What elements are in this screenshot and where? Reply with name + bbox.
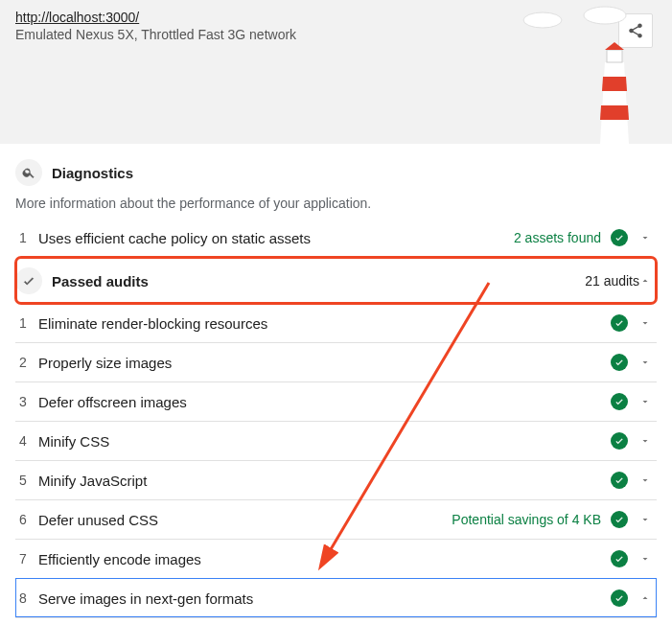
- diagnostics-section: Diagnostics More information about the p…: [0, 144, 672, 211]
- diagnostic-item[interactable]: 1 Uses efficient cache policy on static …: [15, 219, 657, 257]
- chevron-down-icon: [639, 357, 653, 368]
- audit-meta: Potential savings of 4 KB: [452, 512, 601, 527]
- search-icon: [15, 159, 42, 186]
- chevron-up-icon: [639, 275, 653, 287]
- svg-marker-4: [600, 105, 629, 120]
- audit-meta: 2 assets found: [514, 230, 601, 245]
- audit-label: Minify JavaScript: [38, 473, 611, 489]
- diagnostics-title: Diagnostics: [52, 165, 133, 181]
- diagnostics-subtitle: More information about the performance o…: [15, 196, 657, 211]
- svg-point-1: [584, 7, 626, 24]
- passed-audit-item[interactable]: 8Serve images in next-gen formats: [15, 578, 657, 617]
- audit-detail: Image formats like JPEG 2000, JPEG XR, a…: [15, 617, 657, 624]
- audit-label: Defer unused CSS: [38, 512, 452, 528]
- passed-audit-item[interactable]: 4Minify CSS: [15, 421, 657, 460]
- audit-label: Minify CSS: [38, 433, 611, 450]
- chevron-down-icon: [639, 317, 653, 329]
- diagnostics-list: 1 Uses efficient cache policy on static …: [15, 219, 657, 624]
- chevron-down-icon: [639, 435, 653, 447]
- svg-point-0: [523, 12, 562, 28]
- chevron-down-icon: [639, 474, 653, 486]
- chevron-down-icon: [639, 396, 653, 407]
- audit-label: Properly size images: [38, 355, 611, 371]
- chevron-up-icon: [639, 592, 653, 604]
- pass-icon: [611, 589, 628, 607]
- chevron-down-icon: [639, 553, 653, 565]
- audit-label: Uses efficient cache policy on static as…: [38, 230, 514, 246]
- pass-icon: [611, 472, 628, 489]
- pass-icon: [611, 393, 628, 410]
- chevron-down-icon: [639, 232, 653, 243]
- passed-audits-header[interactable]: Passed audits 21 audits: [15, 257, 657, 304]
- pass-icon: [611, 354, 628, 371]
- audit-label: Eliminate render-blocking resources: [38, 315, 611, 332]
- passed-audit-item[interactable]: 3Defer offscreen images: [15, 381, 657, 421]
- passed-audit-item[interactable]: 7Efficiently encode images: [15, 539, 657, 578]
- passed-audit-item[interactable]: 2Properly size images: [15, 342, 657, 381]
- passed-audit-item[interactable]: 1Eliminate render-blocking resources: [15, 304, 657, 342]
- pass-icon: [611, 314, 628, 332]
- svg-rect-5: [607, 50, 622, 62]
- svg-marker-2: [600, 62, 629, 144]
- passed-audit-item[interactable]: 5Minify JavaScript: [15, 460, 657, 499]
- svg-line-7: [586, 52, 595, 56]
- pass-icon: [611, 550, 628, 567]
- audit-label: Serve images in next-gen formats: [38, 590, 611, 607]
- passed-audits-count: 21 audits: [585, 273, 639, 289]
- passed-audits-title: Passed audits: [52, 273, 585, 289]
- check-icon: [15, 267, 42, 294]
- audit-label: Efficiently encode images: [38, 551, 611, 567]
- chevron-down-icon: [639, 514, 653, 525]
- pass-icon: [611, 511, 628, 528]
- pass-icon: [611, 229, 628, 246]
- svg-line-9: [634, 52, 643, 56]
- svg-line-8: [586, 59, 595, 61]
- audit-label: Defer offscreen images: [38, 394, 611, 410]
- report-header: http://localhost:3000/ Emulated Nexus 5X…: [0, 0, 672, 144]
- pass-icon: [611, 432, 628, 450]
- passed-audit-item[interactable]: 6Defer unused CSSPotential savings of 4 …: [15, 499, 657, 539]
- lighthouse-illustration: [586, 38, 643, 144]
- svg-marker-3: [602, 77, 627, 91]
- svg-marker-6: [605, 42, 624, 50]
